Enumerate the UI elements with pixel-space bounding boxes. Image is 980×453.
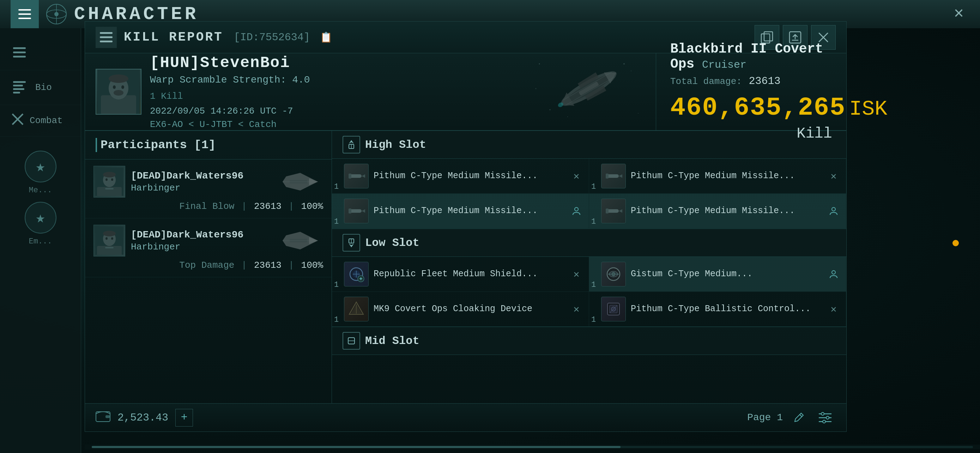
slot-item-ls4-close[interactable]: ✕ <box>828 304 839 314</box>
participant-2-top: [DEAD]Dark_Waters96 Harbinger <box>94 225 323 256</box>
svg-rect-14 <box>100 37 113 38</box>
sidebar-item-bio[interactable]: Bio <box>0 70 81 105</box>
slot-item-ls3-close[interactable]: ✕ <box>571 304 582 314</box>
slots-column: High Slot 1 Pithum C-Type Med <box>332 131 846 403</box>
svg-point-39 <box>539 64 540 65</box>
participant-2-ship: Harbinger <box>131 242 243 252</box>
svg-point-26 <box>113 85 116 89</box>
svg-rect-72 <box>348 173 352 178</box>
slot-item-ls1-close[interactable]: ✕ <box>571 269 582 280</box>
close-app-button[interactable]: × <box>948 5 969 23</box>
ship-class: Cruiser <box>702 59 746 71</box>
svg-marker-74 <box>619 174 622 178</box>
participant-item-1[interactable]: [DEAD]Dark_Waters96 Harbinger Final Blow <box>85 159 332 218</box>
svg-point-27 <box>121 85 124 89</box>
sidebar-members-label: Me... <box>0 186 81 195</box>
slot-item-hs4-name: Pithum C-Type Medium Missile... <box>631 205 823 217</box>
slot-item-ls2-icon <box>601 262 626 286</box>
members-star-icon: ★ <box>36 157 45 176</box>
slot-item-ls1-icon <box>344 262 369 286</box>
svg-rect-8 <box>13 85 23 86</box>
sidebar-menu-icon <box>11 44 28 61</box>
svg-point-115 <box>826 416 829 419</box>
low-slot-section: Low Slot 1 <box>332 229 846 327</box>
total-damage-value: 23613 <box>749 75 780 87</box>
mid-slot-icon <box>342 332 360 350</box>
participants-column: Participants [1] <box>85 131 332 403</box>
sidebar-badges: ★ Me... ★ Em... <box>0 144 81 246</box>
sidebar-bio-label: Bio <box>35 82 52 93</box>
slot-item-hs4[interactable]: 1 Pithum C-Type Medium Missile... <box>589 194 846 229</box>
slot-item-hs3[interactable]: 1 Pithum C-Type Medium Missile... <box>332 194 589 229</box>
slot-item-ls2[interactable]: 1 Gistum C-Type Medium... <box>589 257 846 292</box>
slot-item-hs1-qty: 1 <box>334 183 339 191</box>
participant-1-top: [DEAD]Dark_Waters96 Harbinger <box>94 166 323 197</box>
total-damage-label: Total damage: <box>670 76 742 87</box>
hamburger-button[interactable] <box>11 0 39 28</box>
slot-item-hs2-name: Pithum C-Type Medium Missile... <box>631 170 823 182</box>
svg-rect-10 <box>13 92 20 94</box>
sidebar-item-combat[interactable]: Combat <box>0 105 81 137</box>
panel-menu-button[interactable] <box>95 27 117 48</box>
sidebar-bio-icon <box>11 79 28 96</box>
slot-item-ls2-person <box>828 269 839 280</box>
slot-item-hs4-icon <box>601 199 626 223</box>
panel-body: Participants [1] <box>85 131 846 403</box>
left-sidebar: Bio Combat ★ Me... ★ Em... <box>0 28 81 453</box>
wallet-balance: 2,523.43 <box>118 412 168 424</box>
sidebar-badge-employment[interactable]: ★ <box>25 202 56 234</box>
slot-item-ls1[interactable]: 1 <box>332 257 589 292</box>
panel-title: KILL REPORT <box>124 30 223 45</box>
slot-item-hs1-close[interactable]: ✕ <box>571 171 582 181</box>
svg-rect-13 <box>100 32 113 34</box>
slot-item-ls2-name: Gistum C-Type Medium... <box>631 269 823 280</box>
wallet-icon <box>95 410 110 426</box>
slot-item-hs2[interactable]: 1 Pithum C-Type Medium Missile... ✕ <box>589 159 846 194</box>
slot-item-hs4-qty: 1 <box>591 217 596 226</box>
sidebar-item-menu[interactable] <box>0 35 81 70</box>
svg-point-44 <box>567 116 568 117</box>
svg-rect-9 <box>13 88 24 90</box>
slot-item-hs1[interactable]: 1 Pithum C-Type Medium Missile... ✕ <box>332 159 589 194</box>
ship-type-row: Blackbird II Covert Ops Cruiser <box>670 41 832 72</box>
svg-point-62 <box>111 237 113 240</box>
panel-bottom-bar: 2,523.43 + Page 1 <box>85 403 846 431</box>
svg-rect-17 <box>764 32 773 41</box>
svg-rect-7 <box>13 81 26 83</box>
slot-item-ls3[interactable]: 1 MK9 Covert Ops Cloaking Device ✕ <box>332 292 589 327</box>
scrollbar-thumb[interactable] <box>92 446 620 448</box>
slot-item-ls4[interactable]: 1 Pithum C-Type Ballistic Control... ✕ <box>589 292 846 327</box>
kill-type: Kill <box>670 125 832 142</box>
victim-details: [HUN]StevenBoi Warp Scramble Strength: 4… <box>150 54 310 130</box>
participant-1-name: [DEAD]Dark_Waters96 <box>131 170 243 181</box>
svg-rect-6 <box>13 56 26 57</box>
hamburger-icon <box>18 9 31 19</box>
slot-item-hs3-qty: 1 <box>334 217 339 226</box>
add-button[interactable]: + <box>175 409 193 426</box>
mid-slot-title: Mid Slot <box>365 334 420 348</box>
ship-type: Blackbird II Covert Ops <box>670 41 823 72</box>
kill-info-bar: [HUN]StevenBoi Warp Scramble Strength: 4… <box>85 53 846 131</box>
svg-point-50 <box>105 178 108 181</box>
slot-item-hs2-close[interactable]: ✕ <box>828 171 839 181</box>
filter-button[interactable] <box>815 407 836 428</box>
svg-rect-15 <box>100 41 113 42</box>
participant-2-pct: 100% <box>301 260 323 270</box>
panel-id-copy-icon: 📋 <box>320 32 332 43</box>
slot-item-hs1-name: Pithum C-Type Medium Missile... <box>374 170 566 182</box>
sidebar-badge-members[interactable]: ★ <box>25 151 56 183</box>
svg-point-95 <box>612 272 615 276</box>
isk-value: 460,635,265 <box>670 94 846 122</box>
logo-icon <box>46 3 67 25</box>
slot-item-hs3-person <box>571 206 582 216</box>
participant-item-2[interactable]: [DEAD]Dark_Waters96 Harbinger Top Damage <box>85 218 332 277</box>
participant-1-damage: 23613 <box>254 201 282 212</box>
svg-point-51 <box>111 178 113 181</box>
header-bar <box>95 138 97 152</box>
edit-button[interactable] <box>790 409 808 426</box>
svg-rect-52 <box>105 188 114 189</box>
page-indicator: Page 1 <box>747 412 783 423</box>
panel-id: [ID:7552634] <box>234 32 310 43</box>
participant-1-bottom: Final Blow | 23613 | 100% <box>94 197 323 212</box>
damage-row: Total damage: 23613 <box>670 75 832 87</box>
